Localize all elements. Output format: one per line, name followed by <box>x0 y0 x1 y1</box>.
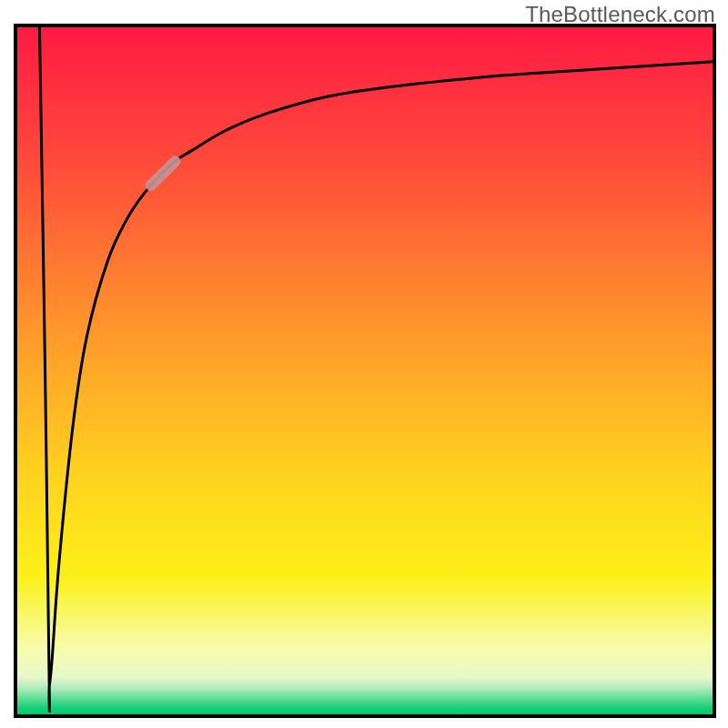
plot-area <box>14 24 716 718</box>
gradient-background <box>17 27 713 714</box>
chart-container: TheBottleneck.com <box>0 0 728 728</box>
plot-svg <box>14 24 716 718</box>
